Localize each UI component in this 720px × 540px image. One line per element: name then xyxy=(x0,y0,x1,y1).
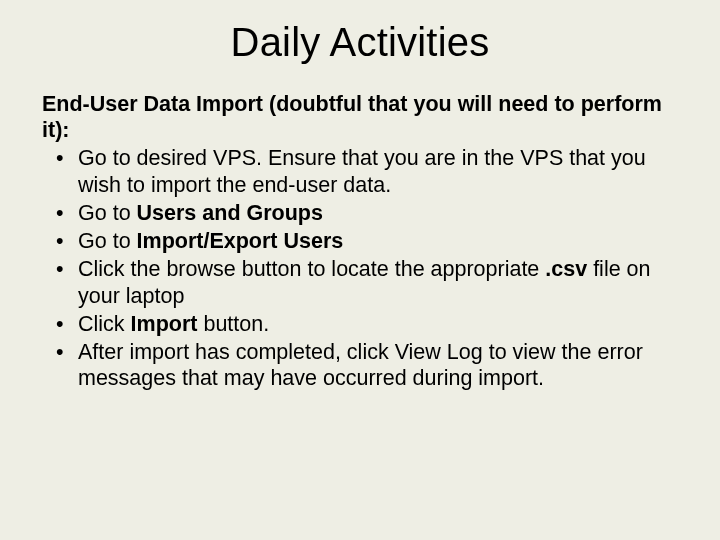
list-item: After import has completed, click View L… xyxy=(76,339,678,391)
list-item: Click the browse button to locate the ap… xyxy=(76,256,678,308)
list-item-text: Click the browse button to locate the ap… xyxy=(78,257,545,281)
bullet-list: Go to desired VPS. Ensure that you are i… xyxy=(42,145,678,391)
list-item-bold: Users and Groups xyxy=(137,201,323,225)
list-item: Click Import button. xyxy=(76,311,678,337)
list-item-post: button. xyxy=(197,312,269,336)
section-heading: End-User Data Import (doubtful that you … xyxy=(42,91,678,143)
list-item-bold: Import/Export Users xyxy=(137,229,344,253)
list-item-bold: Import xyxy=(131,312,198,336)
list-item-text: Go to xyxy=(78,201,137,225)
list-item-text: Go to desired VPS. Ensure that you are i… xyxy=(78,146,646,196)
list-item: Go to Users and Groups xyxy=(76,200,678,226)
list-item: Go to desired VPS. Ensure that you are i… xyxy=(76,145,678,197)
list-item-text: Go to xyxy=(78,229,137,253)
list-item-text: After import has completed, click View L… xyxy=(78,340,643,390)
list-item-text: Click xyxy=(78,312,131,336)
slide-title: Daily Activities xyxy=(42,20,678,65)
slide: Daily Activities End-User Data Import (d… xyxy=(0,0,720,540)
list-item: Go to Import/Export Users xyxy=(76,228,678,254)
list-item-bold: .csv xyxy=(545,257,587,281)
